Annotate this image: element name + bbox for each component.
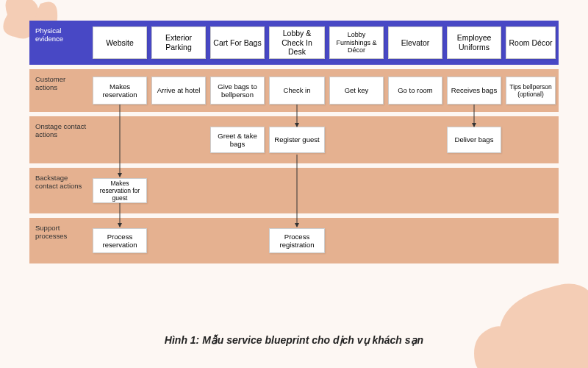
card-process-registration: Process registration <box>269 228 325 253</box>
row-label: Onstage contact actions <box>29 116 91 163</box>
row-label: Support processes <box>29 218 91 263</box>
row-backstage-contact: Backstage contact actions Makes reservat… <box>29 168 559 213</box>
card-makes-reservation: Makes reservation <box>93 77 147 105</box>
card-get-key: Get key <box>329 77 384 105</box>
figure-caption: Hình 1: Mẫu service blueprint cho dịch v… <box>0 334 588 346</box>
row-physical-evidence: Physical evidence Website Exterior Parki… <box>29 21 559 65</box>
row-label: Physical evidence <box>29 21 91 65</box>
card-tips-bellperson: Tips bellperson (optional) <box>506 77 556 105</box>
card-website: Website <box>93 26 147 59</box>
card-greet-take-bags: Greet & take bags <box>210 127 265 153</box>
card-room-decor: Room Décor <box>506 26 556 59</box>
row-support-processes: Support processes Process reservation Pr… <box>29 218 559 263</box>
card-deliver-bags: Deliver bags <box>447 127 501 153</box>
card-process-reservation: Process reservation <box>93 228 147 253</box>
row-label: Customer actions <box>29 69 91 112</box>
card-give-bags: Give bags to bellperson <box>210 77 265 105</box>
card-exterior-parking: Exterior Parking <box>151 26 206 59</box>
card-elevator: Elevator <box>388 26 442 59</box>
service-blueprint-diagram: Physical evidence Website Exterior Parki… <box>29 21 559 315</box>
card-lobby-furnishings: Lobby Furnishings & Décor <box>329 26 384 59</box>
card-receives-bags: Receives bags <box>447 77 501 105</box>
card-check-in: Check in <box>269 77 325 105</box>
row-onstage-contact: Onstage contact actions Greet & take bag… <box>29 116 559 163</box>
card-go-to-room: Go to room <box>388 77 442 105</box>
card-makes-reservation-guest: Makes reservation for guest <box>93 178 147 203</box>
row-customer-actions: Customer actions Makes reservation Arriv… <box>29 69 559 112</box>
card-cart-for-bags: Cart For Bags <box>210 26 265 59</box>
card-lobby-checkin: Lobby & Check In Desk <box>269 26 325 59</box>
card-arrive-hotel: Arrive at hotel <box>151 77 206 105</box>
card-employee-uniforms: Employee Uniforms <box>447 26 501 59</box>
row-label: Backstage contact actions <box>29 168 91 213</box>
card-register-guest: Register guest <box>269 127 325 153</box>
